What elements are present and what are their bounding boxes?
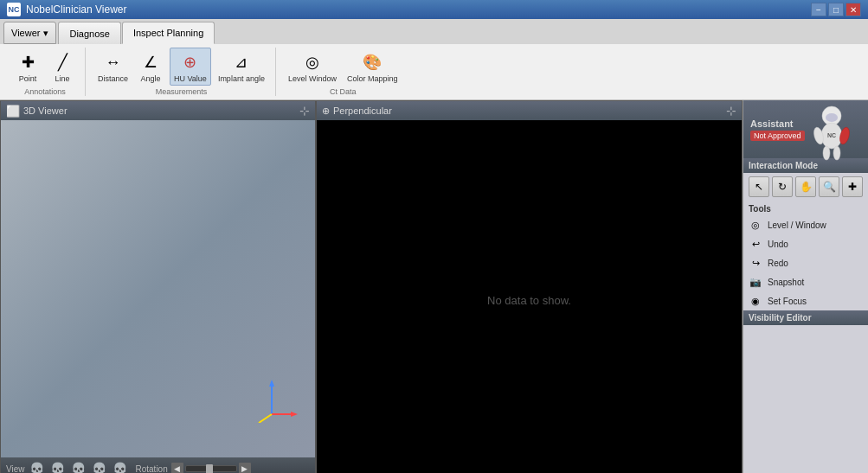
visibility-editor-label: Visibility Editor bbox=[749, 313, 812, 323]
hu-value-tool[interactable]: ⊕ HU Value bbox=[170, 48, 211, 86]
tab-bar: Viewer ▾ Diagnose Inspect Planning bbox=[0, 19, 868, 44]
implant-angle-tool[interactable]: ⊿ Implant angle bbox=[215, 48, 268, 85]
level-window-item[interactable]: ◎ Level / Window bbox=[743, 215, 868, 234]
level-window-label: Level Window bbox=[288, 74, 337, 83]
skull-view-3[interactable]: 💀 bbox=[70, 460, 87, 473]
not-approved-badge[interactable]: Not Approved bbox=[750, 131, 805, 141]
panel-perp: ⊕ Perpendicular ⊹ No data to show. bbox=[316, 100, 743, 473]
hu-value-icon: ⊕ bbox=[178, 50, 203, 74]
svg-point-10 bbox=[823, 146, 830, 160]
level-window-item-label: Level / Window bbox=[768, 221, 826, 230]
panel-3d: ⬜ 3D Viewer ⊹ bbox=[0, 100, 316, 473]
minimize-button[interactable]: − bbox=[811, 3, 826, 16]
maximize-button[interactable]: □ bbox=[828, 3, 844, 16]
viewer-dropdown[interactable]: Viewer ▾ bbox=[3, 22, 56, 44]
skull-view-2[interactable]: 💀 bbox=[49, 460, 67, 473]
measure-tool-btn[interactable]: ✚ bbox=[842, 176, 863, 197]
mascot-figure: NC bbox=[810, 105, 849, 153]
main-content: ⬜ 3D Viewer ⊹ bbox=[0, 100, 868, 473]
slider-left-arrow[interactable]: ◀ bbox=[171, 463, 183, 473]
viewer-perp-header: ⊕ Perpendicular ⊹ bbox=[317, 101, 742, 120]
undo-item[interactable]: ↩ Undo bbox=[743, 234, 868, 253]
angle-icon: ∠ bbox=[138, 50, 163, 74]
assistant-info: Assistant Not Approved bbox=[750, 118, 805, 141]
measurements-group-label: Measurements bbox=[156, 87, 208, 96]
visibility-editor-header: Visibility Editor bbox=[743, 310, 868, 325]
measurements-tools: ↔ Distance ∠ Angle ⊕ HU Value ⊿ Implant … bbox=[94, 48, 268, 86]
rotate-tool-btn[interactable]: ↻ bbox=[772, 176, 793, 197]
zoom-tool-btn[interactable]: 🔍 bbox=[819, 176, 839, 197]
viewers-area: ⬜ 3D Viewer ⊹ bbox=[0, 100, 743, 473]
inspect-planning-tab-label: Inspect Planning bbox=[133, 28, 203, 38]
viewer-perp-title: Perpendicular bbox=[333, 105, 392, 116]
tab-inspect-planning[interactable]: Inspect Planning bbox=[122, 22, 215, 44]
line-icon: ╱ bbox=[50, 50, 74, 74]
viewer-3d-content[interactable] bbox=[1, 120, 315, 457]
viewer-perp-maximize-btn[interactable]: ⊹ bbox=[726, 104, 736, 118]
slider-track[interactable] bbox=[185, 465, 237, 472]
point-label: Point bbox=[19, 74, 37, 83]
annotations-group: ✚ Point ╱ Line Annotations bbox=[5, 48, 86, 96]
skull-view-1[interactable]: 💀 bbox=[29, 460, 46, 473]
distance-label: Distance bbox=[98, 74, 128, 83]
svg-marker-1 bbox=[269, 380, 274, 387]
close-button[interactable]: ✕ bbox=[845, 3, 861, 16]
viewer-tab-label: Viewer bbox=[11, 28, 40, 38]
ct-data-tools: ◎ Level Window 🎨 Color Mapping bbox=[285, 48, 402, 86]
select-tool-btn[interactable]: ↖ bbox=[749, 176, 769, 197]
point-tool[interactable]: ✚ Point bbox=[12, 48, 43, 85]
ribbon: ✚ Point ╱ Line Annotations ↔ Distance ∠ … bbox=[0, 44, 868, 100]
viewer-perp-content[interactable]: No data to show. bbox=[317, 120, 742, 473]
set-focus-item[interactable]: ◉ Set Focus bbox=[743, 291, 868, 310]
app-title: NobelClinician Viewer bbox=[26, 3, 811, 16]
line-tool[interactable]: ╱ Line bbox=[47, 48, 78, 85]
svg-point-11 bbox=[833, 146, 840, 160]
viewer-3d-title: 3D Viewer bbox=[23, 105, 68, 116]
snapshot-item-label: Snapshot bbox=[768, 278, 804, 287]
angle-label: Angle bbox=[141, 74, 161, 83]
ct-data-group: ◎ Level Window 🎨 Color Mapping Ct Data bbox=[278, 48, 408, 96]
diagnose-tab-label: Diagnose bbox=[69, 29, 109, 39]
point-icon: ✚ bbox=[16, 50, 40, 74]
interaction-tool-row: ↖ ↻ ✋ 🔍 ✚ bbox=[743, 173, 868, 201]
hu-value-label: HU Value bbox=[174, 74, 207, 83]
color-mapping-tool[interactable]: 🎨 Color Mapping bbox=[344, 48, 402, 85]
pan-tool-btn[interactable]: ✋ bbox=[795, 176, 816, 197]
viewer-3d-bottom: View 💀 💀 💀 💀 💀 Rotation ◀ ▶ bbox=[1, 457, 315, 473]
implant-angle-label: Implant angle bbox=[218, 74, 265, 83]
set-focus-item-icon: ◉ bbox=[749, 294, 762, 308]
angle-tool[interactable]: ∠ Angle bbox=[135, 48, 166, 85]
rotation-slider[interactable]: ◀ ▶ bbox=[171, 463, 251, 473]
right-panel: Assistant Not Approved bbox=[743, 100, 868, 473]
assistant-section: Assistant Not Approved bbox=[743, 100, 868, 158]
implant-angle-icon: ⊿ bbox=[229, 50, 254, 74]
axis-indicator bbox=[246, 371, 298, 423]
ct-data-group-label: Ct Data bbox=[330, 87, 357, 96]
level-window-tool[interactable]: ◎ Level Window bbox=[285, 48, 340, 85]
no-data-text: No data to show. bbox=[487, 294, 571, 307]
dropdown-arrow-icon: ▾ bbox=[43, 28, 48, 39]
measurements-group: ↔ Distance ∠ Angle ⊕ HU Value ⊿ Implant … bbox=[87, 48, 276, 96]
tab-diagnose[interactable]: Diagnose bbox=[58, 22, 120, 44]
svg-marker-3 bbox=[291, 412, 298, 417]
redo-item-icon: ↪ bbox=[749, 256, 762, 270]
line-label: Line bbox=[55, 74, 69, 83]
distance-tool[interactable]: ↔ Distance bbox=[94, 48, 132, 85]
cube-icon: ⬜ bbox=[6, 105, 20, 118]
level-window-item-icon: ◎ bbox=[749, 218, 762, 232]
snapshot-item[interactable]: 📷 Snapshot bbox=[743, 272, 868, 291]
rotation-label: Rotation bbox=[136, 464, 168, 474]
redo-item-label: Redo bbox=[768, 259, 788, 268]
slider-right-arrow[interactable]: ▶ bbox=[239, 463, 251, 473]
viewer-3d-maximize-btn[interactable]: ⊹ bbox=[299, 104, 310, 118]
skull-view-5[interactable]: 💀 bbox=[112, 460, 129, 473]
svg-text:NC: NC bbox=[826, 132, 835, 138]
undo-item-label: Undo bbox=[768, 240, 788, 249]
annotations-tools: ✚ Point ╱ Line bbox=[12, 48, 78, 86]
skull-view-4[interactable]: 💀 bbox=[91, 460, 108, 473]
redo-item[interactable]: ↪ Redo bbox=[743, 253, 868, 272]
assistant-label: Assistant bbox=[750, 118, 805, 129]
tools-section-label: Tools bbox=[743, 201, 868, 215]
window-controls: − □ ✕ bbox=[811, 3, 861, 16]
title-bar: NC NobelClinician Viewer − □ ✕ bbox=[0, 0, 868, 19]
